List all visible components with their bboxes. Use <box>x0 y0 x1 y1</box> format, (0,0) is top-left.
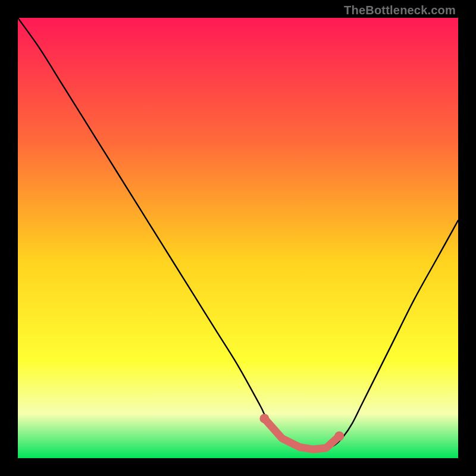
plot-area <box>18 18 458 458</box>
optimal-range-markers <box>259 414 344 449</box>
bottleneck-curve <box>18 18 458 450</box>
optimal-range-line <box>264 418 339 449</box>
curve-layer <box>18 18 458 458</box>
optimal-range-start-dot <box>259 414 269 423</box>
optimal-range-end-dot <box>334 431 344 441</box>
watermark-text: TheBottleneck.com <box>344 4 456 17</box>
chart-stage: TheBottleneck.com <box>0 0 476 476</box>
